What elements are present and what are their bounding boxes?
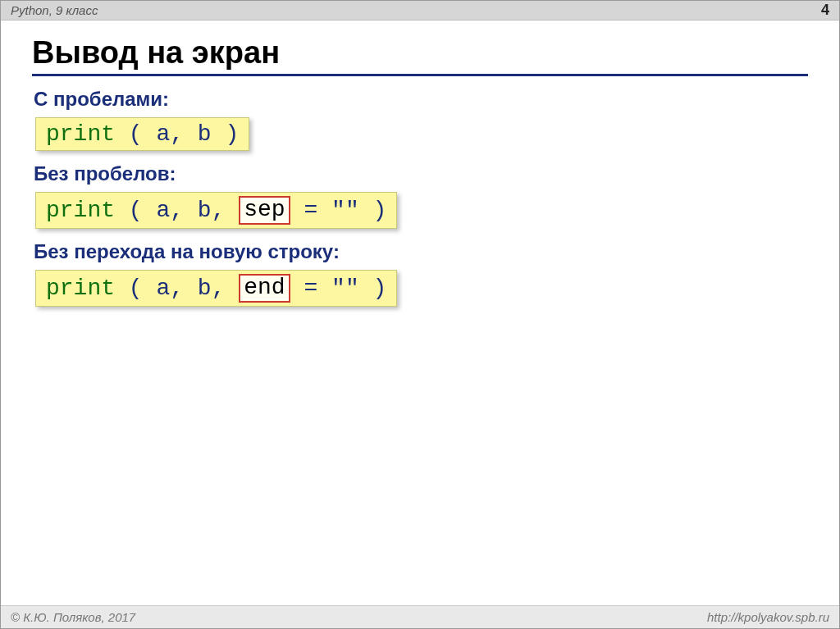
title-rule (32, 74, 808, 76)
page-title: Вывод на экран (32, 35, 808, 71)
code-text: = "" ) (290, 198, 387, 223)
code-keyword: print (46, 198, 115, 223)
code-box: print ( a, b, end = "" ) (35, 270, 397, 307)
section-label: Без пробелов: (34, 162, 808, 185)
header-left: Python, 9 класс (11, 3, 98, 17)
footer-left: © К.Ю. Поляков, 2017 (11, 610, 135, 624)
code-text: = "" ) (290, 276, 387, 301)
section-label: Без перехода на новую строку: (34, 240, 808, 263)
footer-bar: © К.Ю. Поляков, 2017 http://kpolyakov.sp… (1, 605, 839, 628)
section-label: С пробелами: (34, 88, 808, 111)
slide: Python, 9 класс 4 Вывод на экран С пробе… (0, 0, 840, 629)
page-number: 4 (821, 2, 829, 19)
code-keyword: print (46, 121, 115, 147)
content-area: Вывод на экран С пробелами: print ( a, b… (1, 21, 839, 605)
code-text: ( a, b ) (115, 121, 239, 147)
code-text: ( a, b, (115, 198, 239, 223)
code-text: ( a, b, (115, 276, 239, 301)
code-highlight: sep (239, 196, 290, 225)
code-box: print ( a, b, sep = "" ) (35, 192, 397, 229)
code-keyword: print (46, 276, 115, 301)
footer-right: http://kpolyakov.spb.ru (707, 610, 829, 624)
code-highlight: end (239, 274, 290, 303)
header-bar: Python, 9 класс 4 (1, 1, 839, 21)
code-box: print ( a, b ) (35, 117, 249, 151)
